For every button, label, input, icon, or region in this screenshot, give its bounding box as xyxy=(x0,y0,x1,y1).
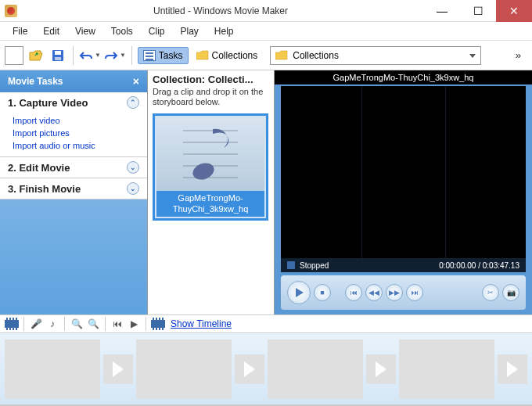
split-button[interactable]: ✂ xyxy=(482,284,499,301)
task-group-edit: 2. Edit Movie ⌄ xyxy=(0,157,147,178)
snapshot-button[interactable]: 📷 xyxy=(502,284,519,301)
storyboard-slot[interactable] xyxy=(136,340,232,399)
transition-slot[interactable] xyxy=(235,354,264,384)
titlebar: Untitled - Windows Movie Maker — ☐ ✕ xyxy=(0,0,532,22)
menu-clip[interactable]: Clip xyxy=(142,23,171,39)
maximize-button[interactable]: ☐ xyxy=(460,0,496,22)
toolbar-overflow-icon[interactable]: » xyxy=(509,49,527,61)
folder-icon xyxy=(275,50,288,60)
collection-select[interactable]: Collections xyxy=(270,46,481,65)
tasks-label: Tasks xyxy=(159,50,183,61)
zoom-out-button[interactable]: 🔍 xyxy=(86,317,100,331)
link-import-audio[interactable]: Import audio or music xyxy=(13,139,147,152)
svg-marker-5 xyxy=(275,51,287,59)
collection-select-value: Collections xyxy=(293,50,339,61)
minimize-button[interactable]: — xyxy=(424,0,460,22)
task-group-header[interactable]: 1. Capture Video ⌃ xyxy=(0,92,147,113)
task-group-header[interactable]: 2. Edit Movie ⌄ xyxy=(0,157,147,178)
sidebar-title: Movie Tasks xyxy=(8,76,63,87)
menu-tools[interactable]: Tools xyxy=(105,23,139,39)
collection-pane: Collection: Collecti... Drag a clip and … xyxy=(148,70,275,314)
storyboard-icon[interactable] xyxy=(5,318,19,330)
audio-levels-button[interactable]: ♪ xyxy=(45,317,59,331)
link-import-pictures[interactable]: Import pictures xyxy=(13,127,147,139)
link-import-video[interactable]: Import video xyxy=(13,114,147,127)
chevron-down-icon[interactable]: ⌄ xyxy=(127,182,139,195)
sidebar-close-icon[interactable]: × xyxy=(133,75,139,88)
preview-status-bar: Stopped 0:00:00.00 / 0:03:47.13 xyxy=(281,258,526,272)
task-group-header[interactable]: 3. Finish Movie ⌄ xyxy=(0,178,147,199)
menubar: File Edit View Tools Clip Play Help xyxy=(0,22,532,41)
transition-slot[interactable] xyxy=(103,354,133,384)
preview-video[interactable] xyxy=(281,86,526,258)
chevron-down-icon[interactable]: ⌄ xyxy=(127,161,139,174)
window-title: Untitled - Windows Movie Maker xyxy=(17,5,424,16)
timeline-icon xyxy=(151,318,165,330)
collection-header: Collection: Collecti... xyxy=(153,74,269,85)
playback-time: 0:00:00.00 / 0:03:47.13 xyxy=(439,261,519,270)
collection-hint: Drag a clip and drop it on the storyboar… xyxy=(153,87,269,107)
playback-controls: ■ ⏮ ◀◀ ▶▶ ⏭ ✂ 📷 xyxy=(281,275,526,310)
tasks-icon xyxy=(143,50,156,61)
preview-pane: GapMeTrongMo-ThuyChi_3k9xw_hq Stopped 0:… xyxy=(275,70,532,314)
menu-view[interactable]: View xyxy=(69,23,102,39)
menu-play[interactable]: Play xyxy=(174,23,205,39)
rewind-button[interactable]: ◀◀ xyxy=(365,284,383,301)
task-group-finish: 3. Finish Movie ⌄ xyxy=(0,178,147,199)
menu-file[interactable]: File xyxy=(6,23,34,39)
undo-dropdown-icon[interactable]: ▼ xyxy=(95,52,101,59)
prev-button[interactable]: ⏮ xyxy=(345,284,362,301)
svg-rect-2 xyxy=(55,51,61,55)
folder-icon xyxy=(196,50,209,60)
sidebar-header: Movie Tasks × xyxy=(0,70,147,92)
clip-label: GapMeTrongMo-ThuyChi_3k9xw_hq xyxy=(156,191,264,216)
rewind-timeline-button[interactable]: ⏮ xyxy=(110,317,124,331)
save-button[interactable] xyxy=(49,46,67,65)
preview-title: GapMeTrongMo-ThuyChi_3k9xw_hq xyxy=(275,70,532,84)
task-group-title: 1. Capture Video xyxy=(8,97,88,109)
task-group-capture: 1. Capture Video ⌃ Import video Import p… xyxy=(0,92,147,157)
collections-button[interactable]: Collections xyxy=(192,48,263,63)
task-group-title: 3. Finish Movie xyxy=(8,183,81,195)
narrate-button[interactable]: 🎤 xyxy=(29,317,43,331)
new-button[interactable] xyxy=(5,46,23,65)
redo-button[interactable]: ▼ xyxy=(104,50,126,61)
zoom-in-button[interactable]: 🔍 xyxy=(70,317,84,331)
playback-state: Stopped xyxy=(300,261,329,270)
task-group-title: 2. Edit Movie xyxy=(8,162,70,174)
music-note-icon xyxy=(183,123,238,185)
undo-button[interactable]: ▼ xyxy=(79,50,101,61)
show-timeline-link[interactable]: Show Timeline xyxy=(171,318,232,329)
collections-label: Collections xyxy=(212,50,258,61)
chevron-up-icon[interactable]: ⌃ xyxy=(127,96,139,109)
next-button[interactable]: ⏭ xyxy=(406,284,423,301)
forward-button[interactable]: ▶▶ xyxy=(386,284,403,301)
storyboard[interactable] xyxy=(0,333,532,405)
menu-help[interactable]: Help xyxy=(208,23,240,39)
menu-edit[interactable]: Edit xyxy=(37,23,66,39)
transition-slot[interactable] xyxy=(498,354,527,384)
play-timeline-button[interactable]: ▶ xyxy=(127,317,141,331)
task-sidebar: Movie Tasks × 1. Capture Video ⌃ Import … xyxy=(0,70,148,314)
transition-slot[interactable] xyxy=(366,354,396,384)
tasks-button[interactable]: Tasks xyxy=(138,47,189,64)
toolbar: ▼ ▼ Tasks Collections Collections » xyxy=(0,41,532,70)
storyboard-slot[interactable] xyxy=(399,340,494,399)
close-button[interactable]: ✕ xyxy=(496,0,532,22)
app-icon xyxy=(5,5,17,17)
play-button[interactable] xyxy=(287,281,311,304)
open-button[interactable] xyxy=(27,46,45,65)
stop-button[interactable]: ■ xyxy=(314,284,331,301)
clip-thumbnail[interactable]: GapMeTrongMo-ThuyChi_3k9xw_hq xyxy=(153,113,268,220)
storyboard-slot[interactable] xyxy=(5,340,100,399)
stop-indicator-icon xyxy=(287,261,295,269)
svg-point-6 xyxy=(190,160,216,182)
svg-rect-3 xyxy=(55,57,61,60)
svg-marker-4 xyxy=(196,51,208,59)
storyboard-slot[interactable] xyxy=(268,340,363,399)
redo-dropdown-icon[interactable]: ▼ xyxy=(120,52,126,59)
timeline-toolbar: 🎤 ♪ 🔍 🔍 ⏮ ▶ Show Timeline xyxy=(0,314,532,333)
